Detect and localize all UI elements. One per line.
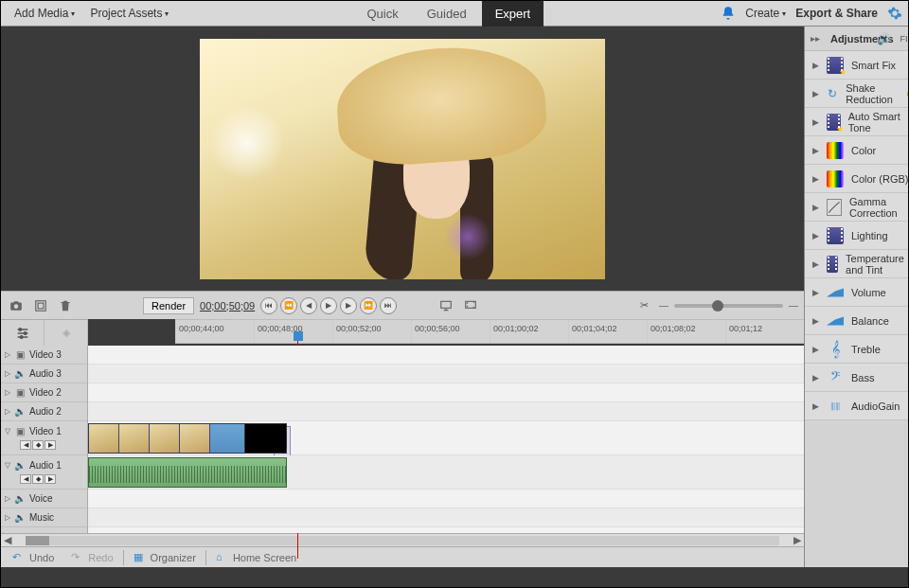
adjustment-label: Bass <box>851 372 874 383</box>
adjustment-volume[interactable]: ▶Volume <box>805 278 909 307</box>
adjustment-balance[interactable]: ▶Balance <box>805 307 909 335</box>
export-share-button[interactable]: Export & Share <box>795 7 878 20</box>
step-forward-icon[interactable]: ▶ <box>340 297 357 314</box>
timeline-settings-icon[interactable] <box>1 320 45 347</box>
monitor-controls: Render 00;00;50;09 ⏮ ⏪ ◀ ▶ ▶ ⏩ ⏭ ✂ — — <box>1 291 804 319</box>
preview-frame[interactable] <box>200 39 605 279</box>
expand-icon: ▶ <box>812 89 819 98</box>
snapshot-icon[interactable] <box>7 296 26 315</box>
track-header-audio1[interactable]: ▽🔈Audio 1◀◆▶ <box>1 455 87 490</box>
video-clip-black[interactable] <box>244 423 287 454</box>
adjustments-panel: ▸▸ Adjustments 🔊 FIX ▶★Smart Fix▶↻Shake … <box>805 27 909 567</box>
next-keyframe-icon[interactable]: ▶ <box>45 440 56 450</box>
track-header-audio3[interactable]: ▷🔈Audio 3 <box>1 365 87 383</box>
prev-keyframe-icon[interactable]: ◀ <box>20 474 31 484</box>
prev-keyframe-icon[interactable]: ◀ <box>20 440 31 450</box>
mode-quick[interactable]: Quick <box>353 1 411 27</box>
safe-margins-icon[interactable] <box>31 296 50 315</box>
audio-preview-icon[interactable]: 🔊 <box>877 32 891 45</box>
adjustment-auto-smart-tone[interactable]: ▶★Auto Smart Tone <box>805 108 909 136</box>
notification-icon[interactable] <box>721 6 736 21</box>
track-lane-video1[interactable]: ⊠ <box>88 421 804 455</box>
timeline-scrollbar[interactable]: ◀ ▶ <box>1 533 804 546</box>
expand-icon: ▶ <box>812 231 819 241</box>
audio-track-icon: 🔈 <box>14 493 26 504</box>
adjustment-temperature-and-tint[interactable]: ▶Temperature and Tint <box>805 250 909 278</box>
mode-guided[interactable]: Guided <box>414 1 480 27</box>
add-keyframe-icon[interactable]: ◆ <box>32 474 44 484</box>
timecode-display[interactable]: 00;00;50;09 <box>200 300 255 312</box>
tools-icon[interactable]: ✂ <box>634 296 653 315</box>
adjustment-treble[interactable]: ▶𝄞Treble <box>805 335 909 364</box>
track-header-video1[interactable]: ▽▣Video 1◀◆▶ <box>1 421 87 455</box>
goto-start-icon[interactable]: ⏮ <box>260 297 277 314</box>
add-keyframe-icon[interactable]: ◆ <box>32 440 44 450</box>
delete-icon[interactable] <box>56 296 75 315</box>
track-lane[interactable] <box>88 346 804 365</box>
track-lane[interactable] <box>88 365 804 383</box>
play-icon[interactable]: ▶ <box>320 297 337 314</box>
expand-icon[interactable]: ▷ <box>5 350 10 359</box>
render-button[interactable]: Render <box>143 297 194 314</box>
organizer-button[interactable]: ▦Organizer <box>126 551 204 564</box>
expand-icon[interactable]: ▷ <box>5 513 10 522</box>
track-lane[interactable] <box>88 383 804 402</box>
marker-icon[interactable]: ◈ <box>45 320 88 347</box>
redo-button[interactable]: ↷Redo <box>63 551 120 564</box>
collapse-icon[interactable]: ▽ <box>5 461 10 470</box>
home-screen-button[interactable]: ⌂Home Screen <box>208 551 304 564</box>
rewind-icon[interactable]: ⏪ <box>280 297 297 314</box>
mode-expert[interactable]: Expert <box>482 1 544 27</box>
adjustment-lighting[interactable]: ▶Lighting <box>805 222 909 250</box>
playback-quality-icon[interactable] <box>437 296 455 315</box>
fullscreen-icon[interactable] <box>461 296 480 315</box>
audio-clip[interactable] <box>88 457 287 488</box>
scrollbar-thumb[interactable] <box>26 536 49 545</box>
adjustment-smart-fix[interactable]: ▶★Smart Fix <box>805 51 909 80</box>
expand-icon[interactable]: ▷ <box>5 494 10 503</box>
project-assets-menu[interactable]: Project Assets <box>82 7 176 20</box>
fast-forward-icon[interactable]: ⏩ <box>360 297 377 314</box>
collapse-icon[interactable]: ▽ <box>5 427 10 436</box>
settings-icon[interactable] <box>887 6 902 21</box>
track-lane[interactable] <box>88 490 804 508</box>
adjustment-shake-reduction[interactable]: ▶↻Shake Reduction <box>805 80 909 108</box>
track-header-voice[interactable]: ▷🔈Voice <box>1 490 87 508</box>
undo-button[interactable]: ↶Undo <box>5 551 62 564</box>
adjustment-bass[interactable]: ▶𝄢Bass <box>805 364 909 392</box>
adjustment-label: Treble <box>851 344 881 355</box>
expand-icon[interactable]: ▷ <box>5 369 10 378</box>
playhead[interactable] <box>294 331 303 341</box>
adjustment-color-rgb-[interactable]: ▶Color (RGB) <box>805 165 909 193</box>
expand-icon[interactable]: ▷ <box>5 407 10 416</box>
track-header-video2[interactable]: ▷▣Video 2 <box>1 383 87 402</box>
zoom-slider[interactable] <box>674 304 783 308</box>
track-lane[interactable] <box>88 402 804 421</box>
create-menu[interactable]: Create <box>745 7 786 20</box>
track-lane[interactable] <box>88 508 804 527</box>
expand-icon: ▶ <box>812 288 819 297</box>
adjustment-audiogain[interactable]: ▶⫴⫴AudioGain <box>805 392 909 420</box>
add-media-menu[interactable]: Add Media <box>7 7 82 20</box>
scroll-left-icon[interactable]: ◀ <box>1 534 14 546</box>
track-header-music[interactable]: ▷🔈Music <box>1 508 87 527</box>
track-header-audio2[interactable]: ▷🔈Audio 2 <box>1 402 87 421</box>
track-lane-audio1[interactable] <box>88 455 804 490</box>
scroll-right-icon[interactable]: ▶ <box>791 534 804 546</box>
home-icon: ⌂ <box>216 551 229 564</box>
expand-icon[interactable]: ▷ <box>5 388 10 397</box>
timeline-ruler[interactable]: 00;00;44;00 00;00;48;00 00;00;52;00 00;0… <box>175 319 804 344</box>
adjustment-color[interactable]: ▶Color <box>805 136 909 165</box>
adjustment-label: Volume <box>851 287 886 298</box>
track-header-video3[interactable]: ▷▣Video 3 <box>1 346 87 365</box>
adjustment-label: Color <box>851 145 876 156</box>
expand-icon: ▶ <box>812 401 819 411</box>
expand-icon: ▶ <box>812 259 819 269</box>
adjustment-gamma-correction[interactable]: ▶Gamma Correction <box>805 193 909 222</box>
goto-end-icon[interactable]: ⏭ <box>380 297 397 314</box>
collapse-panel-icon[interactable]: ▸▸ <box>811 33 820 44</box>
divider <box>205 550 206 565</box>
step-back-icon[interactable]: ◀ <box>300 297 317 314</box>
next-keyframe-icon[interactable]: ▶ <box>45 474 56 484</box>
audio-track-icon: 🔈 <box>14 460 26 471</box>
